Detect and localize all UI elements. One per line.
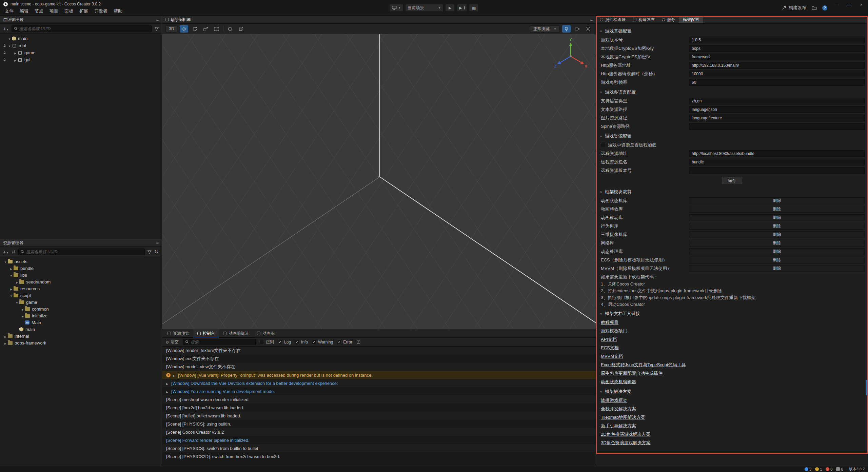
doc-link[interactable]: API文档 [596,335,868,343]
console-log-row[interactable]: [Window] [Vue warn]: Property "onInput" … [162,371,596,379]
delete-button[interactable]: 删除 [689,223,865,230]
tree-row[interactable]: main [0,326,162,333]
lock-icon[interactable] [2,58,7,62]
menu-item[interactable]: 文件 [2,7,17,15]
menu-item[interactable]: 项目 [46,7,61,15]
console-log-row[interactable]: [Scene] Cocos Creator v3.8.2 [162,428,596,436]
light-icon[interactable] [562,25,571,33]
section-module-trim[interactable]: ∨ 框架模块裁剪 [596,188,868,196]
doc-link[interactable]: 动画状态机编辑器 [596,377,868,386]
console-log-row[interactable]: [Scene] [PHYSICS]: switch from builtin t… [162,444,596,452]
delete-button[interactable]: 删除 [689,197,865,204]
export-log-icon[interactable] [356,340,361,344]
field-input[interactable] [689,71,865,77]
bottom-panel-tab[interactable]: 动画编辑器 [219,329,253,337]
bottom-panel-tab[interactable]: 控制台 [193,329,219,337]
menu-item[interactable]: 扩展 [76,7,91,15]
tree-row[interactable]: libs [0,272,162,278]
tree-row[interactable]: internal [0,333,162,339]
field-input[interactable] [689,54,865,60]
scale-tool-icon[interactable] [201,25,210,33]
panel-menu-icon[interactable]: ≡ [156,17,159,22]
assets-search-input[interactable] [26,250,142,254]
console-log-row[interactable]: [Scene] [box2d]:box2d wasm lib loaded. [162,404,596,412]
section-language-config[interactable]: ∨ 游戏多语言配置 [596,88,868,97]
menu-item[interactable]: 面板 [61,7,76,15]
console-log-row[interactable]: [Window] Download the Vue Devtools exten… [162,379,596,387]
log-filter-checkbox[interactable]: Warning [312,340,333,345]
menu-item[interactable]: 编辑 [17,7,32,15]
tree-row[interactable]: root [0,42,162,49]
close-button[interactable]: × [855,0,867,9]
doc-link[interactable]: 游戏模板项目 [596,327,868,335]
expand-arrow-icon[interactable] [15,279,19,284]
hierarchy-search-input[interactable] [19,26,150,31]
menu-item[interactable]: 帮助 [111,7,125,15]
console-log-row[interactable]: [Window] render_texture文件夹不存在 [162,347,596,355]
panel-menu-icon[interactable]: ≡ [156,240,159,245]
delete-button[interactable]: 删除 [689,231,865,238]
rect-tool-icon[interactable] [212,25,221,33]
info-counter[interactable]: 3 [805,467,811,471]
expand-arrow-icon[interactable] [13,50,18,55]
inspector-tab[interactable]: 服务 [658,16,679,23]
expand-arrow-icon[interactable] [3,340,8,346]
rotate-tool-icon[interactable] [191,25,199,33]
expand-chevron-icon[interactable] [173,373,178,378]
solution-link[interactable]: Tiledmap地图解决方案 [596,413,868,421]
expand-arrow-icon[interactable] [9,266,14,271]
refresh-icon[interactable]: ↻ [154,249,159,255]
expand-arrow-icon[interactable] [3,259,8,264]
lock-icon[interactable] [2,51,7,55]
tree-row[interactable]: assets [0,258,162,265]
save-button[interactable]: 保存 [722,177,742,184]
console-log-row[interactable]: [Scene] [PHYSICS]: using builtin. [162,420,596,428]
inspector-tab[interactable]: 构建发布 [629,16,658,23]
expand-arrow-icon[interactable] [20,313,25,318]
add-asset-button[interactable]: +▼ [3,249,9,255]
tree-row[interactable]: seedrandom [0,278,162,285]
expand-arrow-icon[interactable] [9,286,14,291]
sort-icon[interactable] [12,250,16,254]
warning-counter[interactable]: 1 [815,467,822,471]
menu-item[interactable]: 节点 [32,7,46,15]
console-log-row[interactable]: [Scene] Forward render pipeline initiali… [162,436,596,444]
view-mode-select[interactable]: 正常浏览 ▼ [530,25,560,33]
scrollbar-thumb[interactable] [866,380,867,395]
doc-link[interactable]: Excel格式转Json文件与TypeScript代码工具 [596,360,868,369]
field-input[interactable] [689,115,865,121]
section-doc-links[interactable]: ∨ 框架文档工具链接 [596,309,868,318]
section-basic-config[interactable]: ∨ 游戏基础配置 [596,27,868,36]
help-icon[interactable] [822,5,827,11]
expand-arrow-icon[interactable] [13,57,18,62]
regex-checkbox[interactable] [260,340,264,344]
expand-arrow-icon[interactable] [9,273,14,278]
doc-link[interactable]: ECS文档 [596,343,868,352]
layout-grid-icon[interactable]: ▦ [469,4,479,12]
hierarchy-search[interactable] [12,25,152,32]
clear-console-button[interactable]: ⊘ 清空 [165,339,179,345]
expand-arrow-icon[interactable] [3,334,8,339]
section-solutions[interactable]: ∨ 框架解决方案 [596,387,868,396]
tree-row[interactable]: resources [0,285,162,292]
bottom-panel-tab[interactable]: 资源预览 [163,329,193,337]
expand-arrow-icon[interactable] [7,43,12,48]
expand-arrow-icon[interactable] [15,300,19,305]
menu-item[interactable]: 开发者 [91,7,111,15]
build-publish-button[interactable]: 构建发布 [782,5,806,11]
console-log-row[interactable]: [Window] model_view文件夹不存在 [162,363,596,371]
console-log-row[interactable]: [Window] You are running Vue in developm… [162,387,596,395]
tree-row[interactable]: gui [0,56,162,63]
orientation-gizmo[interactable]: Y X Z [552,38,589,75]
doc-link[interactable]: 教程项目 [596,318,868,327]
gear-icon[interactable] [584,25,592,33]
log-filter-checkbox[interactable]: Error [337,340,352,345]
solution-link[interactable]: 新手引导解决方案 [596,421,868,430]
lock-icon[interactable] [2,44,7,47]
tree-row[interactable]: game [0,299,162,306]
tree-row[interactable]: script [0,292,162,299]
tree-row[interactable]: main [0,35,162,42]
doc-link[interactable]: 原生包热更新配置自动生成插件 [596,369,868,377]
filter-icon[interactable] [155,27,159,31]
delete-button[interactable]: 删除 [689,206,865,213]
